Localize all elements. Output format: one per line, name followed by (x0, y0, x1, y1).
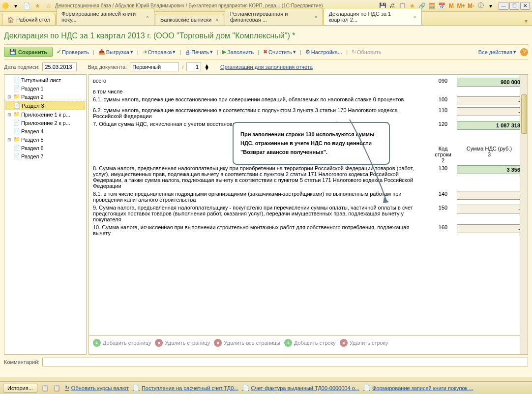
value-box[interactable]: 900 000 (457, 78, 524, 87)
value-box[interactable]: - (457, 224, 524, 233)
comment-input[interactable] (42, 358, 528, 366)
toolbar: 💾Сохранить ✔Проверить | 📤Выгрузка▾ | ➜От… (4, 44, 528, 60)
del-row-button[interactable]: ×Удалить строку (340, 339, 388, 347)
tree-item[interactable]: 📄Раздел 3 (5, 101, 85, 110)
form-row: Дата подписи: Вид документа: / ▲▼ Органи… (4, 60, 528, 74)
sb-link-2[interactable]: 📄Счет-фактура выданный ТД00-0000004 о... (242, 385, 359, 391)
m-btn[interactable]: M (447, 2, 455, 10)
value-box[interactable]: - (457, 191, 524, 200)
dropdown-icon[interactable]: ▾ (12, 2, 20, 10)
add-page-button[interactable]: +Добавить страницу (93, 339, 151, 347)
save-icon: 💾 (9, 49, 16, 55)
home-icon: 🏠 (7, 17, 14, 23)
tree-item[interactable]: 📄Раздел 7 (5, 152, 85, 160)
max-button[interactable]: ☐ (509, 2, 519, 10)
scrollbar-thumb[interactable] (521, 94, 527, 134)
new-icon[interactable]: 📄 (23, 2, 30, 10)
tree-item[interactable]: ⊞📁Раздел 2 (5, 92, 85, 101)
tree-item[interactable]: 📄Раздел 1 (5, 84, 85, 92)
fill-button[interactable]: ▶Заполнить (220, 48, 256, 56)
save-button[interactable]: 💾Сохранить (4, 47, 53, 57)
doc-row: 6.1. суммы налога, подлежащие восстановл… (93, 95, 524, 106)
page-num-input[interactable] (186, 62, 201, 71)
doc-row: 10. Сумма налога, исчисленная при выполн… (93, 223, 524, 237)
content: Декларация по НДС за 1 квартал 2013 г. (… (0, 26, 532, 377)
close-icon[interactable]: × (215, 17, 218, 23)
tree-panel: 📄Титульный лист📄Раздел 1⊞📁Раздел 2📄Разде… (4, 74, 87, 355)
tab-home[interactable]: 🏠 Рабочий стол (2, 14, 56, 25)
check-button[interactable]: ✔Проверить (55, 48, 91, 56)
sb-icon1[interactable]: 📋 (41, 384, 49, 392)
doc-toolbar: +Добавить страницу ×Удалить страницу ×Уд… (89, 335, 528, 349)
del-all-button[interactable]: ×Удалить все страницы (214, 339, 280, 347)
spin-down[interactable]: ▼ (204, 67, 209, 70)
tree-item[interactable]: 📄Приложение 2 к р... (5, 119, 85, 127)
comment-label: Комментарий: (4, 359, 39, 365)
tree-item[interactable]: 📄Раздел 6 (5, 144, 85, 152)
value-box[interactable]: 1 087 318 (457, 121, 524, 130)
dd2-icon[interactable]: ▾ (487, 2, 495, 10)
add-row-button[interactable]: +Добавить строку (284, 339, 336, 347)
tree-item[interactable]: 📄Титульный лист (5, 76, 85, 84)
tab-4[interactable]: Декларация по НДС за 1 квартал 2...× (324, 8, 422, 25)
sb-link-0[interactable]: ↻Обновить курсы валют (65, 385, 129, 391)
m-plus-btn[interactable]: M+ (457, 2, 465, 10)
info-icon[interactable]: ⓘ (477, 2, 485, 10)
doc-row: 9. Сумма налога, предъявленная налогопла… (93, 204, 524, 223)
tree-item[interactable]: ⊞📁Раздел 5 (5, 135, 85, 144)
sb-link-3[interactable]: 📄Формирование записей книги покупок ... (363, 385, 473, 391)
history-button[interactable]: История... (3, 384, 37, 393)
tab-1[interactable]: Формирование записей книги поку...× (56, 8, 154, 25)
page-title: Декларация по НДС за 1 квартал 2013 г. (… (4, 30, 528, 44)
tab-2[interactable]: Банковские выписки× (155, 14, 224, 25)
export-button[interactable]: 📤Выгрузка▾ (96, 48, 135, 56)
doc-panel: всего090900 000в том числе6.1. суммы нал… (89, 74, 528, 355)
send-button[interactable]: ➜Отправка▾ (141, 48, 178, 56)
tree-item[interactable]: ⊞📁Приложение 1 к р... (5, 110, 85, 119)
clear-button[interactable]: ✖Очистить▾ (261, 48, 298, 56)
m-minus-btn[interactable]: M- (467, 2, 475, 10)
callout: При заполнении строки 130 используются с… (233, 122, 390, 165)
print-button[interactable]: 🖨Печать▾ (183, 48, 215, 56)
tree-item[interactable]: 📄Раздел 4 (5, 127, 85, 135)
sb-icon2[interactable]: 📋 (53, 384, 61, 392)
tabs-menu-icon[interactable]: ▾ (522, 17, 530, 25)
all-actions-button[interactable]: Все действия▾ (476, 48, 518, 56)
settings-button[interactable]: ⚙Настройка... (303, 48, 344, 56)
star2-icon[interactable]: ☆ (44, 2, 52, 10)
close-icon[interactable]: × (146, 14, 149, 20)
value-box[interactable]: - (457, 96, 524, 105)
close-button[interactable]: ✕ (520, 2, 530, 10)
del-page-button[interactable]: ×Удалить страницу (155, 339, 210, 347)
doc-row: всего090900 000 (93, 77, 524, 88)
doc-row: в том числе (93, 88, 524, 95)
tabs-row: 🏠 Рабочий стол Формирование записей книг… (0, 12, 532, 26)
tab-home-label: Рабочий стол (16, 17, 50, 23)
help-icon[interactable]: ? (520, 48, 528, 56)
value-box[interactable]: - (457, 205, 524, 213)
close-icon[interactable]: × (314, 14, 317, 20)
tab-3[interactable]: Регламентированная и финансовая ...× (225, 8, 323, 25)
comment-row: Комментарий: (4, 355, 528, 366)
date-input[interactable] (42, 62, 77, 71)
main-split: 📄Титульный лист📄Раздел 1⊞📁Раздел 2📄Разде… (4, 74, 528, 355)
date-label: Дата подписи: (4, 64, 39, 70)
scrollbar[interactable] (520, 75, 528, 354)
cal-icon[interactable]: 📅 (438, 2, 445, 10)
doc-row: 8.1. в том числе предъявленная подрядным… (93, 190, 524, 204)
doctype-label: Вид документа: (88, 64, 127, 70)
sb-link-1[interactable]: 📄Поступление на расчетный счет ТД0... (133, 385, 238, 391)
app-icon: 🟡 (2, 2, 9, 9)
calc-icon[interactable]: 🧮 (428, 2, 436, 10)
close-icon[interactable]: × (413, 14, 416, 20)
doc-scroll[interactable]: всего090900 000в том числе6.1. суммы нал… (89, 75, 528, 335)
statusbar: История... 📋 📋 ↻Обновить курсы валют 📄По… (0, 381, 532, 394)
min-button[interactable]: — (499, 2, 508, 10)
org-link[interactable]: Организации для заполнения отчета (220, 64, 313, 70)
value-box[interactable]: - (457, 107, 524, 116)
value-box[interactable]: 3 356 (457, 165, 524, 174)
refresh-button[interactable]: ↻Обновить (350, 48, 384, 56)
star-icon[interactable]: ★ (33, 2, 41, 10)
doctype-input[interactable] (130, 62, 179, 71)
doc-row: 8. Сумма налога, предъявленная налогопла… (93, 164, 524, 190)
